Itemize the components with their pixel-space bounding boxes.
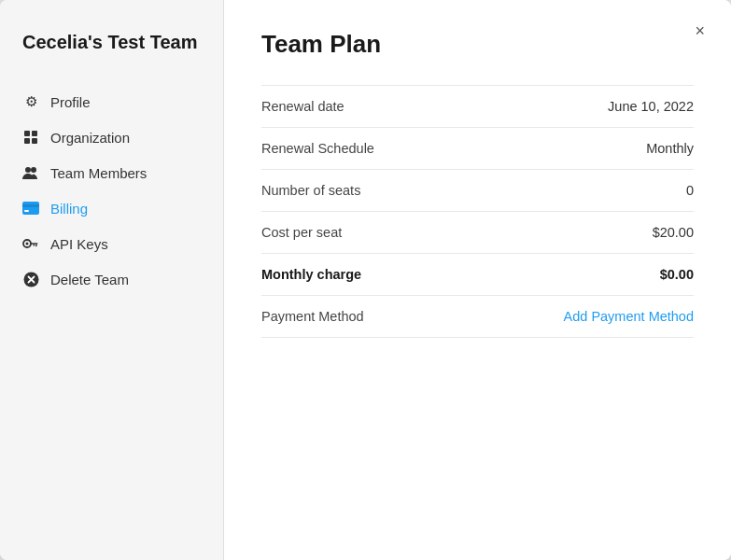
table-row-monthly-charge: Monthly charge $0.00 xyxy=(261,254,694,296)
main-content: × Team Plan Renewal date June 10, 2022 R… xyxy=(224,0,731,560)
sidebar-item-label: Profile xyxy=(50,94,91,110)
sidebar-nav: ⚙ Profile Organization xyxy=(0,84,223,297)
table-row: Renewal date June 10, 2022 xyxy=(261,86,694,128)
svg-rect-0 xyxy=(24,131,30,136)
row-value: $20.00 xyxy=(462,212,694,254)
row-value: June 10, 2022 xyxy=(462,86,694,128)
page-title: Team Plan xyxy=(261,30,694,59)
svg-rect-3 xyxy=(32,138,37,144)
close-button[interactable]: × xyxy=(691,19,709,43)
svg-rect-11 xyxy=(31,243,38,245)
grid-icon xyxy=(22,129,39,146)
sidebar-item-label: Team Members xyxy=(50,165,147,181)
svg-rect-13 xyxy=(34,245,35,246)
svg-point-5 xyxy=(31,167,36,173)
row-label: Monthly charge xyxy=(261,254,462,296)
team-name: Cecelia's Test Team xyxy=(0,30,223,84)
svg-rect-7 xyxy=(22,204,39,207)
modal: Cecelia's Test Team ⚙ Profile Organizati… xyxy=(0,0,731,560)
row-label: Renewal date xyxy=(261,86,462,128)
table-row-payment-method: Payment Method Add Payment Method xyxy=(261,296,694,338)
row-value: 0 xyxy=(462,170,694,212)
svg-rect-2 xyxy=(24,138,30,144)
svg-point-10 xyxy=(26,243,29,245)
card-icon xyxy=(22,200,39,217)
row-label: Cost per seat xyxy=(261,212,462,254)
payment-method-label: Payment Method xyxy=(261,296,462,338)
row-value: $0.00 xyxy=(462,254,694,296)
key-icon xyxy=(22,235,39,252)
row-label: Number of seats xyxy=(261,170,462,212)
sidebar-item-label: API Keys xyxy=(50,236,108,252)
sidebar: Cecelia's Test Team ⚙ Profile Organizati… xyxy=(0,0,224,560)
row-label: Renewal Schedule xyxy=(261,128,462,170)
sidebar-item-billing[interactable]: Billing xyxy=(0,190,223,226)
table-row: Number of seats 0 xyxy=(261,170,694,212)
sidebar-item-api-keys[interactable]: API Keys xyxy=(0,226,223,261)
sidebar-item-label: Organization xyxy=(50,130,130,146)
svg-point-4 xyxy=(25,167,31,173)
svg-rect-6 xyxy=(22,202,39,215)
add-payment-button[interactable]: Add Payment Method xyxy=(564,309,694,324)
sidebar-item-delete-team[interactable]: Delete Team xyxy=(0,261,223,297)
sidebar-item-label: Billing xyxy=(50,201,88,217)
svg-rect-12 xyxy=(35,245,37,247)
table-row: Cost per seat $20.00 xyxy=(261,212,694,254)
sidebar-item-label: Delete Team xyxy=(50,272,129,287)
gear-icon: ⚙ xyxy=(22,93,39,110)
sidebar-item-team-members[interactable]: Team Members xyxy=(0,155,223,190)
delete-icon xyxy=(22,271,39,287)
billing-table: Renewal date June 10, 2022 Renewal Sched… xyxy=(261,85,694,338)
row-value: Monthly xyxy=(462,128,694,170)
add-payment-cell: Add Payment Method xyxy=(462,296,694,338)
team-icon xyxy=(22,164,39,181)
table-row: Renewal Schedule Monthly xyxy=(261,128,694,170)
svg-rect-8 xyxy=(24,210,29,212)
svg-rect-1 xyxy=(32,131,37,136)
sidebar-item-profile[interactable]: ⚙ Profile xyxy=(0,84,223,119)
sidebar-item-organization[interactable]: Organization xyxy=(0,119,223,155)
